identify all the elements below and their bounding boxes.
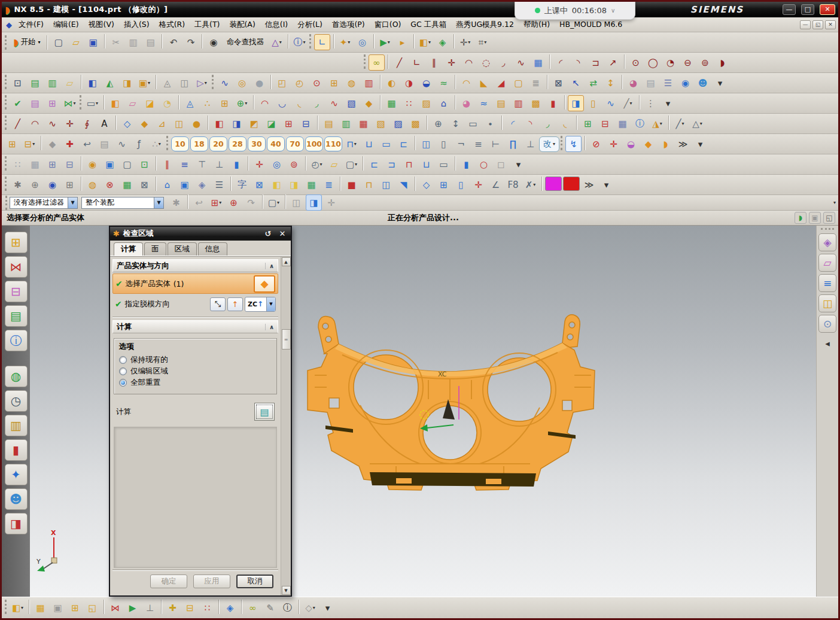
- toolbar-grip[interactable]: [364, 54, 366, 69]
- arc-tool-icon[interactable]: ◜: [553, 54, 569, 71]
- find-component-icon[interactable]: ◧▾: [10, 600, 26, 616]
- draft-icon[interactable]: ◢: [493, 75, 509, 91]
- ruler-v-icon[interactable]: ▯: [585, 95, 601, 111]
- curve-tool-icon[interactable]: ◝: [570, 54, 586, 71]
- toolbar-grip[interactable]: [5, 156, 7, 171]
- brain2-icon[interactable]: ◕: [458, 95, 474, 111]
- trim-tool-icon[interactable]: ↗: [605, 54, 621, 71]
- folder-icon[interactable]: ▱: [326, 156, 342, 172]
- reuse-library-icon[interactable]: ▤: [5, 305, 28, 327]
- spring-icon[interactable]: ∿: [217, 75, 233, 91]
- revolve-icon[interactable]: ◴: [291, 75, 308, 91]
- doc-minimize-button[interactable]: —: [800, 20, 811, 29]
- title-bar[interactable]: ◗ NX 8.5 - 建模 - [1104.prt （修改的）] SIEMENS…: [2, 2, 838, 17]
- perpendicular-icon[interactable]: ⊥: [142, 600, 158, 616]
- dock-grip[interactable]: [821, 228, 834, 230]
- section-product-solid[interactable]: 产品实体与方向 ∧: [112, 259, 278, 272]
- op-d-icon[interactable]: ◪: [263, 116, 279, 132]
- menu-编辑(E)[interactable]: 编辑(E): [48, 19, 84, 31]
- sheet-pink-icon[interactable]: ▱: [124, 95, 141, 111]
- dialog-close-button[interactable]: ✕: [277, 229, 288, 238]
- overflow-more[interactable]: ▾: [660, 95, 676, 111]
- palette-icon[interactable]: ◒: [623, 136, 639, 152]
- quilt-icon[interactable]: ▨: [418, 95, 434, 111]
- surface-g-icon[interactable]: ◆: [361, 95, 377, 111]
- overflow-more[interactable]: ▾: [598, 177, 614, 193]
- chevron-down-icon[interactable]: ▼: [68, 197, 77, 208]
- menu-首选项(P)[interactable]: 首选项(P): [327, 19, 370, 31]
- ruler-vert-icon[interactable]: ▯: [453, 177, 469, 193]
- constraint-navigator-icon[interactable]: ⋈: [5, 256, 28, 278]
- bracket-right-icon[interactable]: ⊐: [384, 156, 400, 172]
- cross-icon[interactable]: ✛: [251, 156, 267, 172]
- radio-dot-icon[interactable]: [119, 367, 127, 375]
- text-icon[interactable]: A: [96, 116, 112, 132]
- feature-check-icon[interactable]: ◨: [119, 75, 135, 91]
- tee-up-icon[interactable]: ⊤: [194, 156, 210, 172]
- tube-icon[interactable]: ⊙: [818, 315, 836, 333]
- quad-b-icon[interactable]: ◝: [522, 116, 538, 132]
- contacts-icon[interactable]: ☻: [5, 488, 28, 510]
- law-icon[interactable]: ≈: [476, 95, 492, 111]
- circle-icon[interactable]: ◯: [645, 54, 661, 71]
- dots-icon[interactable]: ⋮: [643, 95, 659, 111]
- command-finder-button[interactable]: 命令查找器: [222, 34, 268, 50]
- sheets-icon[interactable]: ▤: [643, 75, 659, 91]
- intersect-icon[interactable]: ◒: [418, 75, 434, 91]
- undo-icon[interactable]: ↶: [165, 34, 181, 50]
- part-navigator-icon[interactable]: ⊟: [5, 281, 28, 302]
- dropdown-arrow[interactable]: ▾: [279, 39, 282, 45]
- big-blue-icon[interactable]: ◨: [568, 95, 584, 111]
- zigzag-icon[interactable]: ∿: [602, 95, 619, 111]
- dropdown-arrow[interactable]: ▾: [355, 162, 357, 167]
- patch-c-icon[interactable]: ▦: [355, 116, 372, 132]
- dropdown-arrow[interactable]: ▾: [32, 141, 35, 147]
- minimize-button[interactable]: —: [783, 4, 796, 15]
- apply-button[interactable]: 应用: [193, 575, 230, 588]
- menu-视图(V)[interactable]: 视图(V): [84, 19, 119, 31]
- cubes-pair-icon[interactable]: ⊞: [4, 136, 20, 152]
- cyl-icon[interactable]: ◫: [171, 116, 187, 132]
- dialog-reset-button[interactable]: ↺: [263, 229, 273, 238]
- dim-x-icon[interactable]: ⊠: [251, 177, 267, 193]
- dot-pattern-icon[interactable]: ∷: [10, 156, 26, 172]
- roles-icon[interactable]: ▥: [5, 415, 28, 436]
- quad-c-icon[interactable]: ◞: [540, 116, 556, 132]
- person-icon[interactable]: ☻: [695, 75, 711, 91]
- mesh-icon[interactable]: ▦: [27, 156, 43, 172]
- tab-面[interactable]: 面: [144, 242, 166, 256]
- axis-icon[interactable]: ↕: [448, 116, 464, 132]
- view-prism-icon[interactable]: △▾: [269, 34, 285, 50]
- grid-a-icon[interactable]: ⊞: [44, 156, 60, 172]
- brain-icon[interactable]: ◕: [625, 75, 641, 91]
- patch-d-icon[interactable]: ▧: [373, 116, 389, 132]
- ok-button[interactable]: 确定: [150, 575, 187, 588]
- toolbar-grip[interactable]: [5, 196, 7, 210]
- diamond-icon[interactable]: ◈: [434, 34, 451, 50]
- tee-icon[interactable]: ⊢: [488, 136, 504, 152]
- frame-icon[interactable]: ▢: [119, 156, 135, 172]
- cup-icon[interactable]: ⊔: [418, 156, 434, 172]
- rotate-point-icon[interactable]: ⊕: [226, 194, 242, 211]
- pattern-icon[interactable]: ⊞: [326, 75, 342, 91]
- box-icon[interactable]: ⊿: [154, 116, 170, 132]
- dropdown-arrow[interactable]: ▾: [21, 605, 23, 610]
- dropdown-arrow[interactable]: ▾: [219, 200, 221, 205]
- quad-d-icon[interactable]: ◟: [557, 116, 573, 132]
- list2-icon[interactable]: ☰: [211, 177, 227, 193]
- overflow-more[interactable]: ▾: [319, 600, 336, 616]
- bar-icon[interactable]: ▮: [229, 156, 245, 172]
- cavity-icon[interactable]: ▦: [119, 177, 135, 193]
- solid-cube-icon[interactable]: ◆: [640, 136, 656, 152]
- selbar-overflow-arrow[interactable]: ▾: [833, 200, 836, 205]
- subtract-icon[interactable]: ◑: [401, 75, 417, 91]
- hub-icon[interactable]: ⊕: [27, 177, 43, 193]
- op-f-icon[interactable]: ⊟: [298, 116, 314, 132]
- show-dof-icon[interactable]: ▶: [124, 600, 141, 616]
- menu-分析(L)[interactable]: 分析(L): [293, 19, 327, 31]
- dot-ring-icon[interactable]: ⊚: [286, 156, 302, 172]
- paste-icon[interactable]: ▤: [142, 34, 159, 50]
- grid-b-icon[interactable]: ⊟: [62, 156, 78, 172]
- text-char-icon[interactable]: 字: [234, 177, 250, 193]
- stack-icon[interactable]: ≡: [176, 156, 193, 172]
